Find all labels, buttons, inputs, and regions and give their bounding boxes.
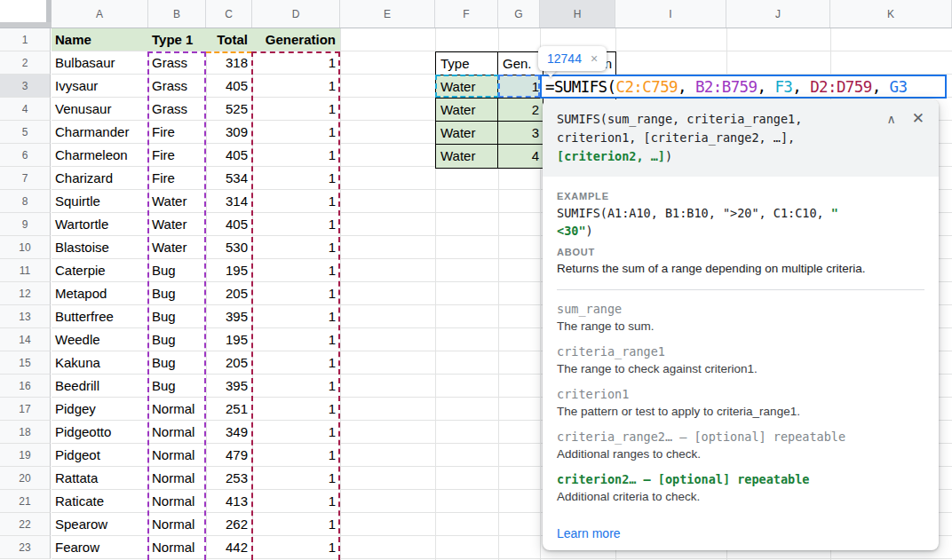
row-header-2[interactable]: 2 [0,51,51,75]
cell[interactable]: 318 [206,51,252,75]
cell[interactable]: Pidgeot [52,444,148,467]
cell[interactable]: 1 [252,398,340,421]
cell[interactable]: 1 [252,467,340,490]
cell[interactable]: 195 [206,328,252,351]
cell[interactable]: Charmander [52,121,148,144]
cell[interactable]: 1 [252,190,340,213]
row-header-22[interactable]: 22 [0,513,51,536]
cell[interactable]: 1 [252,536,340,559]
cell[interactable]: 405 [206,75,252,98]
cell[interactable]: 534 [206,167,252,190]
cell[interactable]: Bug [148,375,206,398]
column-header-d[interactable]: D [252,0,340,28]
cell[interactable]: 349 [206,421,252,444]
cell[interactable]: Fearow [52,536,148,559]
cell[interactable]: 1 [252,375,340,398]
cell[interactable]: 1 [252,328,340,351]
cell[interactable]: Normal [148,421,206,444]
cell[interactable]: Pidgeotto [52,421,148,444]
row-header-18[interactable]: 18 [0,421,51,444]
row-header-1[interactable]: 1 [0,28,51,51]
cell[interactable]: Fire [148,167,206,190]
cell[interactable]: Normal [148,536,206,559]
criteria-type-cell[interactable]: Water [436,145,498,168]
cell[interactable]: 525 [206,98,252,121]
column-header-e[interactable]: E [340,0,435,28]
cell[interactable]: Weedle [52,328,148,351]
cell[interactable]: Type 1 [148,28,206,51]
cell[interactable]: Generation [252,28,340,51]
cell[interactable]: 1 [252,421,340,444]
cell[interactable]: 1 [252,236,340,259]
cell[interactable]: Normal [148,398,206,421]
row-header-23[interactable]: 23 [0,536,51,559]
cell[interactable]: Name [52,28,148,51]
row-header-12[interactable]: 12 [0,282,51,305]
cell[interactable]: 1 [252,98,340,121]
cell[interactable]: 205 [206,351,252,375]
cell[interactable]: 1 [252,305,340,328]
cell[interactable]: 405 [206,144,252,167]
cell[interactable]: 442 [206,536,252,559]
select-all-corner[interactable] [0,0,52,28]
cell[interactable]: Fire [148,144,206,167]
column-header-f[interactable]: F [435,0,498,28]
cell[interactable]: Pidgey [52,398,148,421]
cell[interactable]: 1 [252,490,340,513]
cell[interactable]: Water [148,236,206,259]
column-header-k[interactable]: K [830,0,952,28]
close-icon[interactable]: ✕ [912,110,924,128]
cell[interactable]: Bulbasaur [52,51,148,75]
learn-more-link[interactable]: Learn more [557,526,621,540]
cell[interactable]: 314 [206,190,252,213]
cell[interactable]: Fire [148,121,206,144]
row-header-19[interactable]: 19 [0,444,51,467]
cell[interactable]: Grass [148,98,206,121]
cell[interactable]: Total [206,28,252,51]
row-header-13[interactable]: 13 [0,305,51,328]
cell[interactable]: Normal [148,467,206,490]
cell[interactable]: Venusaur [52,98,148,121]
column-header-h[interactable]: H [540,0,615,28]
cell[interactable]: Spearow [52,513,148,536]
row-header-10[interactable]: 10 [0,236,51,259]
cell[interactable]: Bug [148,282,206,305]
row-header-3[interactable]: 3 [0,75,51,98]
formula-cell-editor[interactable]: =SUMIFS(C2:C759, B2:B759, F3, D2:D759, G… [540,75,947,99]
cell[interactable]: Bug [148,328,206,351]
row-header-4[interactable]: 4 [0,98,51,121]
row-header-14[interactable]: 14 [0,328,51,351]
cell[interactable]: Beedrill [52,375,148,398]
collapse-chevron-icon[interactable]: ∧ [887,110,896,128]
row-header-21[interactable]: 21 [0,490,51,513]
cell[interactable]: 1 [252,513,340,536]
row-header-7[interactable]: 7 [0,167,51,190]
criteria-header-cell[interactable]: Gen. [498,52,543,75]
cell[interactable]: Bug [148,351,206,375]
cell[interactable]: Kakuna [52,351,148,375]
cell[interactable]: 253 [206,467,252,490]
cell[interactable]: Charmeleon [52,144,148,167]
cell[interactable]: Normal [148,444,206,467]
cell[interactable]: Butterfree [52,305,148,328]
cell[interactable]: 251 [206,398,252,421]
cell[interactable]: 309 [206,121,252,144]
row-header-16[interactable]: 16 [0,375,51,398]
cell[interactable]: Grass [148,51,206,75]
cell[interactable]: Caterpie [52,259,148,282]
cell[interactable]: Bug [148,305,206,328]
criteria-gen-cell[interactable]: 3 [498,122,543,145]
criteria-type-cell[interactable]: Water [436,99,498,122]
row-header-9[interactable]: 9 [0,213,51,236]
cell[interactable]: Blastoise [52,236,148,259]
cell[interactable]: Raticate [52,490,148,513]
row-header-17[interactable]: 17 [0,398,51,421]
cell[interactable]: 1 [252,351,340,375]
criteria-header-cell[interactable]: Type [436,52,498,75]
cell[interactable]: Metapod [52,282,148,305]
cell[interactable]: 1 [252,144,340,167]
row-header-8[interactable]: 8 [0,190,51,213]
cell[interactable]: Squirtle [52,190,148,213]
cell[interactable]: Water [148,190,206,213]
criteria-type-cell[interactable]: Water [436,122,498,145]
